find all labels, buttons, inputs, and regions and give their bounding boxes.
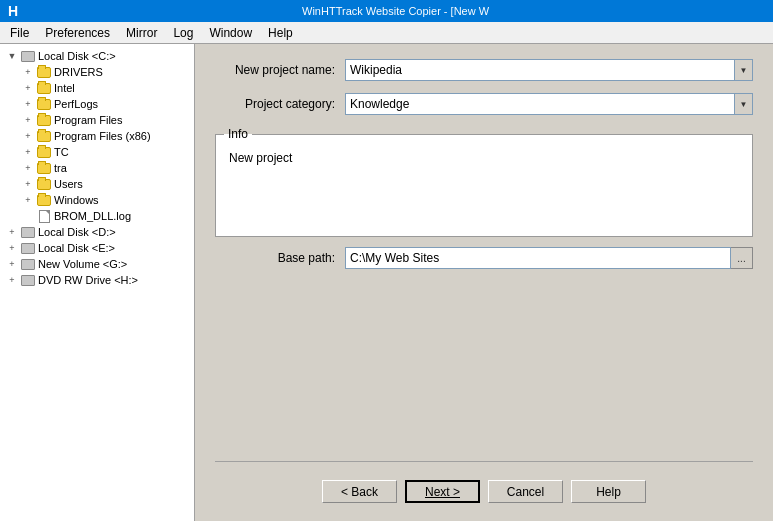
folder-icon bbox=[36, 161, 52, 175]
main-area: ▼ Local Disk <C:> + DRIVERS + Intel + Pe… bbox=[0, 44, 773, 521]
expand-icon: + bbox=[20, 131, 36, 141]
tree-item-dvd-rw-h[interactable]: + DVD RW Drive <H:> bbox=[0, 272, 194, 288]
drive-icon bbox=[20, 257, 36, 271]
expand-icon: + bbox=[20, 83, 36, 93]
tree-label: tra bbox=[54, 162, 67, 174]
folder-icon bbox=[36, 113, 52, 127]
info-fieldset: Info New project bbox=[215, 127, 753, 237]
folder-icon bbox=[36, 129, 52, 143]
title-bar-text: WinHTTrack Website Copier - [New W bbox=[26, 5, 765, 17]
tree-label: DVD RW Drive <H:> bbox=[38, 274, 138, 286]
expand-icon: + bbox=[20, 99, 36, 109]
project-category-label: Project category: bbox=[215, 97, 345, 111]
info-content: New project bbox=[224, 146, 744, 170]
expand-icon: + bbox=[20, 147, 36, 157]
tree-item-perflogs[interactable]: + PerfLogs bbox=[0, 96, 194, 112]
expand-icon: + bbox=[4, 259, 20, 269]
tree-label: Local Disk <E:> bbox=[38, 242, 115, 254]
drive-icon bbox=[20, 225, 36, 239]
project-category-dropdown[interactable]: Knowledge ▼ bbox=[345, 93, 753, 115]
next-button[interactable]: Next > bbox=[405, 480, 480, 503]
project-category-row: Project category: Knowledge ▼ bbox=[215, 93, 753, 115]
help-button[interactable]: Help bbox=[571, 480, 646, 503]
tree-item-local-e[interactable]: + Local Disk <E:> bbox=[0, 240, 194, 256]
title-bar: H WinHTTrack Website Copier - [New W bbox=[0, 0, 773, 22]
tree-label: BROM_DLL.log bbox=[54, 210, 131, 222]
browse-button[interactable]: ... bbox=[731, 247, 753, 269]
expand-icon: + bbox=[20, 179, 36, 189]
expand-icon: + bbox=[4, 227, 20, 237]
menu-preferences[interactable]: Preferences bbox=[37, 24, 118, 42]
tree-label: PerfLogs bbox=[54, 98, 98, 110]
project-category-arrow-icon[interactable]: ▼ bbox=[734, 94, 752, 114]
expand-icon: ▼ bbox=[4, 51, 20, 61]
menu-help[interactable]: Help bbox=[260, 24, 301, 42]
menu-bar: File Preferences Mirror Log Window Help bbox=[0, 22, 773, 44]
form-area: New project name: Wikipedia ▼ Project ca… bbox=[215, 59, 753, 451]
file-icon bbox=[36, 209, 52, 223]
expand-icon: + bbox=[20, 195, 36, 205]
expand-icon bbox=[20, 211, 36, 221]
tree-label: Program Files (x86) bbox=[54, 130, 151, 142]
app-icon: H bbox=[8, 3, 18, 19]
menu-file[interactable]: File bbox=[2, 24, 37, 42]
new-project-value: Wikipedia bbox=[346, 61, 734, 79]
menu-mirror[interactable]: Mirror bbox=[118, 24, 165, 42]
menu-window[interactable]: Window bbox=[201, 24, 260, 42]
new-project-dropdown[interactable]: Wikipedia ▼ bbox=[345, 59, 753, 81]
tree-item-drivers[interactable]: + DRIVERS bbox=[0, 64, 194, 80]
tree-label: Program Files bbox=[54, 114, 122, 126]
folder-icon bbox=[36, 145, 52, 159]
expand-icon: + bbox=[4, 275, 20, 285]
folder-icon bbox=[36, 81, 52, 95]
tree-item-intel[interactable]: + Intel bbox=[0, 80, 194, 96]
tree-item-users[interactable]: + Users bbox=[0, 176, 194, 192]
tree-label: Local Disk <D:> bbox=[38, 226, 116, 238]
tree-label: Local Disk <C:> bbox=[38, 50, 116, 62]
expand-icon: + bbox=[4, 243, 20, 253]
divider bbox=[215, 461, 753, 462]
new-project-label: New project name: bbox=[215, 63, 345, 77]
cancel-button[interactable]: Cancel bbox=[488, 480, 563, 503]
new-project-arrow-icon[interactable]: ▼ bbox=[734, 60, 752, 80]
folder-icon bbox=[36, 177, 52, 191]
tree-item-brom[interactable]: BROM_DLL.log bbox=[0, 208, 194, 224]
drive-icon bbox=[20, 241, 36, 255]
folder-icon bbox=[36, 65, 52, 79]
menu-log[interactable]: Log bbox=[165, 24, 201, 42]
back-button[interactable]: < Back bbox=[322, 480, 397, 503]
base-path-row: Base path: ... bbox=[215, 247, 753, 269]
new-project-row: New project name: Wikipedia ▼ bbox=[215, 59, 753, 81]
tree-item-tc[interactable]: + TC bbox=[0, 144, 194, 160]
expand-icon: + bbox=[20, 115, 36, 125]
button-row: < Back Next > Cancel Help bbox=[215, 472, 753, 511]
drive-icon bbox=[20, 273, 36, 287]
drive-icon bbox=[20, 49, 36, 63]
info-legend: Info bbox=[224, 127, 252, 141]
right-panel: New project name: Wikipedia ▼ Project ca… bbox=[195, 44, 773, 521]
project-category-value: Knowledge bbox=[346, 95, 734, 113]
tree-label: Users bbox=[54, 178, 83, 190]
tree-item-tra[interactable]: + tra bbox=[0, 160, 194, 176]
tree-item-program-files[interactable]: + Program Files bbox=[0, 112, 194, 128]
tree-label: DRIVERS bbox=[54, 66, 103, 78]
tree-item-new-volume-g[interactable]: + New Volume <G:> bbox=[0, 256, 194, 272]
tree-label: Intel bbox=[54, 82, 75, 94]
tree-item-program-files-x86[interactable]: + Program Files (x86) bbox=[0, 128, 194, 144]
expand-icon: + bbox=[20, 163, 36, 173]
file-tree-panel: ▼ Local Disk <C:> + DRIVERS + Intel + Pe… bbox=[0, 44, 195, 521]
tree-item-windows[interactable]: + Windows bbox=[0, 192, 194, 208]
folder-icon bbox=[36, 97, 52, 111]
tree-item-local-d[interactable]: + Local Disk <D:> bbox=[0, 224, 194, 240]
base-path-input[interactable] bbox=[345, 247, 731, 269]
tree-label: TC bbox=[54, 146, 69, 158]
base-path-label: Base path: bbox=[215, 251, 345, 265]
tree-item-local-c[interactable]: ▼ Local Disk <C:> bbox=[0, 48, 194, 64]
folder-icon bbox=[36, 193, 52, 207]
tree-label: New Volume <G:> bbox=[38, 258, 127, 270]
tree-label: Windows bbox=[54, 194, 99, 206]
expand-icon: + bbox=[20, 67, 36, 77]
